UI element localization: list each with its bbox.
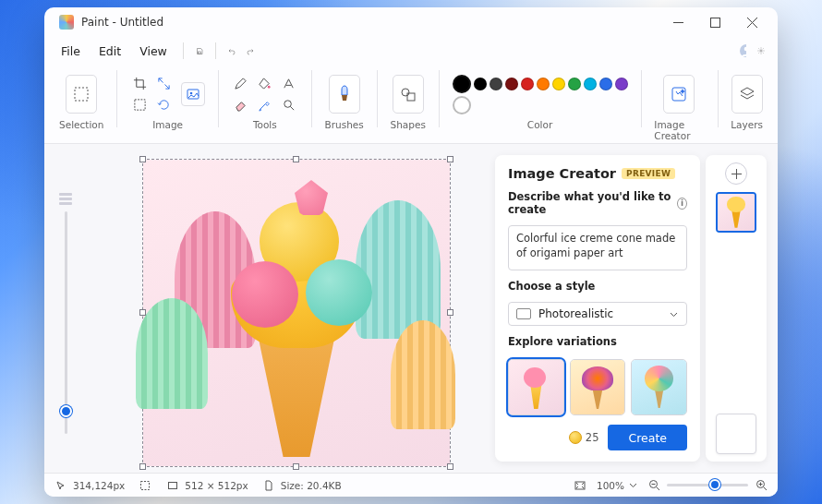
pencil-icon[interactable]	[232, 75, 250, 93]
color-swatch[interactable]	[552, 78, 565, 90]
group-image-creator-label: Image Creator	[654, 119, 704, 141]
variations-label: Explore variations	[508, 335, 687, 348]
zoom-in-icon[interactable]	[754, 478, 768, 493]
filesize-icon	[261, 478, 276, 493]
canvas-dims: 512 × 512px	[185, 480, 248, 491]
shapes-button[interactable]	[393, 75, 424, 114]
create-button[interactable]: Create	[608, 425, 687, 450]
menu-file[interactable]: File	[54, 41, 88, 62]
coin-icon	[569, 431, 582, 444]
group-selection-label: Selection	[59, 119, 103, 130]
color-swatch[interactable]	[490, 78, 502, 90]
group-layers: Layers	[723, 70, 770, 130]
credits-display: 25	[569, 431, 599, 444]
titlebar: Paint - Untitled	[44, 7, 778, 37]
resize-handle[interactable]	[447, 309, 453, 316]
color-swatch[interactable]	[537, 78, 550, 90]
svg-rect-6	[134, 100, 144, 110]
svg-rect-15	[169, 482, 177, 488]
zoom-out-icon[interactable]	[647, 478, 661, 493]
menu-edit[interactable]: Edit	[91, 41, 128, 62]
fill-icon[interactable]	[256, 75, 274, 93]
style-select[interactable]: Photorealistic	[508, 302, 687, 326]
color-swatch[interactable]	[568, 78, 581, 90]
resize-handle[interactable]	[447, 156, 453, 162]
svg-point-9	[268, 86, 271, 89]
vertical-zoom-slider[interactable]	[55, 192, 76, 434]
undo-icon[interactable]	[224, 43, 239, 58]
layers-panel	[706, 155, 767, 462]
info-icon[interactable]: i	[677, 198, 687, 210]
content-area: Image Creator PREVIEW Describe what you'…	[44, 144, 778, 473]
rotate-icon[interactable]	[154, 96, 173, 114]
resize-handle[interactable]	[293, 463, 299, 470]
close-button[interactable]	[733, 9, 770, 35]
svg-rect-0	[710, 18, 719, 27]
add-layer-button[interactable]	[725, 162, 747, 185]
group-selection: Selection	[52, 70, 111, 130]
group-brushes: Brushes	[318, 70, 371, 130]
group-image-label: Image	[152, 119, 183, 130]
group-shapes: Shapes	[383, 70, 433, 130]
layer-blank[interactable]	[716, 414, 756, 454]
color-swatch[interactable]	[505, 78, 518, 90]
variation-2[interactable]	[570, 359, 626, 415]
layers-button[interactable]	[731, 75, 763, 114]
window-title: Paint - Untitled	[81, 16, 163, 29]
save-icon[interactable]	[192, 43, 207, 58]
settings-icon[interactable]	[754, 43, 768, 58]
secondary-color-swatch[interactable]	[453, 96, 471, 114]
resize-icon[interactable]	[154, 75, 173, 93]
svg-point-8	[190, 92, 193, 95]
menu-view[interactable]: View	[132, 41, 175, 62]
file-size: Size: 20.4KB	[281, 480, 342, 491]
panel-title: Image Creator	[508, 166, 616, 181]
group-shapes-label: Shapes	[391, 119, 426, 130]
brushes-button[interactable]	[329, 75, 360, 114]
chevron-down-icon	[669, 309, 679, 319]
current-color-swatch[interactable]	[453, 75, 471, 93]
select-all-icon[interactable]	[130, 96, 149, 114]
variation-1[interactable]	[508, 359, 564, 415]
variation-3[interactable]	[631, 359, 687, 415]
color-swatch[interactable]	[599, 78, 612, 90]
resize-handle[interactable]	[139, 463, 146, 470]
svg-rect-1	[198, 52, 200, 54]
resize-handle[interactable]	[293, 156, 299, 162]
resize-handle[interactable]	[139, 156, 146, 162]
minimize-button[interactable]	[659, 9, 696, 35]
color-swatch[interactable]	[584, 78, 597, 90]
resize-handle[interactable]	[447, 463, 453, 470]
menubar: File Edit View	[44, 37, 778, 65]
canvas[interactable]	[142, 159, 451, 467]
account-icon[interactable]	[735, 43, 750, 58]
style-value: Photorealistic	[538, 307, 613, 320]
eraser-icon[interactable]	[232, 96, 250, 114]
magnifier-icon[interactable]	[280, 96, 298, 114]
zoom-level[interactable]: 100%	[597, 480, 637, 491]
eyedropper-icon[interactable]	[256, 96, 274, 114]
cursor-pos-icon	[54, 478, 68, 493]
crop-icon[interactable]	[130, 75, 149, 93]
group-brushes-label: Brushes	[325, 119, 364, 130]
svg-rect-14	[141, 481, 150, 489]
group-image: Image	[123, 70, 212, 130]
selection-tool[interactable]	[66, 75, 97, 114]
svg-rect-13	[672, 88, 685, 101]
image-properties-icon[interactable]	[181, 82, 205, 106]
zoom-slider[interactable]	[667, 484, 748, 486]
svg-point-11	[402, 89, 409, 96]
maximize-button[interactable]	[696, 9, 733, 35]
fit-screen-icon[interactable]	[573, 478, 587, 493]
layer-thumbnail-1[interactable]	[716, 192, 756, 233]
text-icon[interactable]	[280, 75, 298, 93]
prompt-input[interactable]: Colorful ice creme cone made of origami …	[508, 225, 687, 270]
color-swatch[interactable]	[474, 78, 487, 90]
color-swatch[interactable]	[615, 78, 628, 90]
group-color-label: Color	[527, 119, 552, 130]
image-creator-button[interactable]	[663, 75, 695, 114]
redo-icon[interactable]	[243, 43, 258, 58]
color-swatch[interactable]	[521, 78, 534, 90]
resize-handle[interactable]	[139, 309, 146, 316]
svg-point-10	[284, 101, 292, 108]
